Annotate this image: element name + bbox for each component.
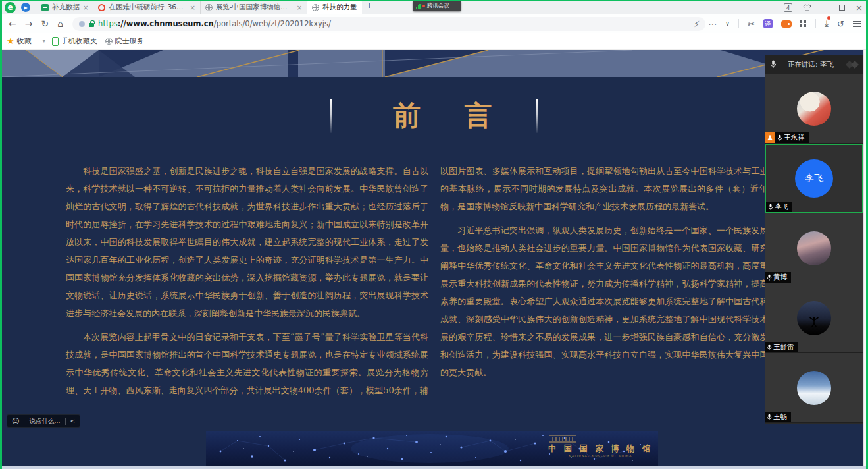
participant-tile-active-speaker[interactable]: 李飞 李飞 xyxy=(765,144,863,213)
apps-grid-icon[interactable] xyxy=(800,20,803,23)
page-content: 前 言 科技是国家强盛之基，创新是民族进步之魂，科技自立自强是国家发展的战略支撑… xyxy=(0,50,868,469)
museum-brand: 中 国 国 家 博 物 馆 NATIONAL MUSEUM OF CHINA xyxy=(548,434,653,458)
spreadsheet-icon xyxy=(41,4,49,11)
games-icon[interactable] xyxy=(781,20,792,28)
address-bar[interactable]: https://www.chnmuseum.cn/portals/0/web/z… xyxy=(72,17,705,31)
360-search-icon xyxy=(98,4,105,11)
preface-article: 科技是国家强盛之基，创新是民族进步之魂，科技自立自强是国家发展的战略支撑。自古以… xyxy=(66,162,803,402)
participant-tile[interactable]: 王永祥 xyxy=(765,74,863,144)
avatar xyxy=(797,301,831,335)
favorites-star-icon[interactable]: ★ xyxy=(7,36,14,46)
bookmarks-bar: ★ 收藏 ▾ 手机收藏夹 院士服务 xyxy=(0,33,868,50)
museum-name-en: NATIONAL MUSEUM OF CHINA xyxy=(548,455,653,458)
tab-power-of-science-active[interactable]: 科技的力量 xyxy=(307,0,362,14)
avatar xyxy=(797,92,831,126)
url-text[interactable]: https://www.chnmuseum.cn/portals/0/web/z… xyxy=(98,19,331,28)
downloads-icon[interactable]: ⤓ xyxy=(825,18,829,29)
window-bottom-strip xyxy=(0,466,868,469)
meeting-chat-pill[interactable]: ☺ 说点什么... < xyxy=(7,414,80,428)
favorites-label[interactable]: 收藏 xyxy=(17,36,32,46)
participant-name: 王永祥 xyxy=(784,133,805,142)
paragraph: 习近平总书记突出强调，纵观人类发展历史，创新始终是一个国家、一个民族发展的重要力… xyxy=(440,221,803,381)
title-deco-bar-left xyxy=(330,99,332,133)
participant-tile[interactable]: 王舒雷 xyxy=(765,283,863,353)
footer-banner: 中 国 国 家 博 物 馆 NATIONAL MUSEUM OF CHINA xyxy=(206,431,658,466)
divider xyxy=(24,418,24,425)
caret-down-icon[interactable]: ▾ xyxy=(43,38,45,44)
globe-icon xyxy=(205,4,213,11)
speaking-now-label: 正在讲话: 李飞 xyxy=(788,60,834,69)
ssl-lock-icon[interactable] xyxy=(89,20,94,27)
menu-icon[interactable] xyxy=(853,21,861,27)
more-icon[interactable]: ⋯ xyxy=(708,19,717,29)
tab-close-icon[interactable]: × xyxy=(83,4,88,11)
screen: e 补充数据 × 在困难中砥砺前行_360搜索 × 展览-中国国家博物馆官方网站… xyxy=(0,0,868,469)
undo-icon[interactable]: ↺ xyxy=(837,19,844,29)
tab-supplementary-data[interactable]: 补充数据 × xyxy=(37,0,93,14)
title-deco-bar-right xyxy=(536,99,538,133)
bookmark-academician[interactable]: 院士服务 xyxy=(115,36,144,46)
globe-icon xyxy=(105,38,113,45)
participant-name: 黄博 xyxy=(773,273,787,282)
tencent-meeting-logo-icon xyxy=(844,59,861,72)
tab-360-search[interactable]: 在困难中砥砺前行_360搜索 × xyxy=(93,0,200,14)
divider xyxy=(815,19,816,28)
header-art-banner xyxy=(0,50,868,77)
new-tab-button[interactable]: + xyxy=(366,0,373,14)
phone-icon xyxy=(52,37,59,46)
minimize-button[interactable] xyxy=(822,9,829,10)
screenshot-scissors-icon[interactable]: ✂ xyxy=(748,19,755,29)
participant-name: 王畅 xyxy=(773,412,787,422)
mic-icon xyxy=(777,134,782,142)
page-scrollbar[interactable] xyxy=(863,50,868,466)
divider xyxy=(65,418,66,425)
divider xyxy=(738,19,739,28)
avatar: 李飞 xyxy=(795,159,833,198)
tab-count-badge[interactable]: 4 xyxy=(784,3,792,12)
extension-icon[interactable] xyxy=(21,3,30,12)
notification-dot xyxy=(827,16,830,20)
chevron-down-icon[interactable]: ∨ xyxy=(725,20,730,27)
globe-icon xyxy=(312,4,319,11)
tab-close-icon[interactable]: × xyxy=(190,4,195,11)
translate-icon[interactable]: 译 xyxy=(763,19,773,28)
lightning-icon[interactable]: ⚡ xyxy=(694,19,700,29)
mic-icon xyxy=(767,274,772,281)
recording-dot-icon xyxy=(422,5,425,7)
meeting-panel-header[interactable]: 正在讲话: 李飞 xyxy=(765,55,863,74)
museum-building-icon xyxy=(548,434,577,443)
avatar xyxy=(797,371,831,405)
participant-tile[interactable]: 王畅 xyxy=(765,353,863,423)
site-permission-icon[interactable] xyxy=(79,21,85,27)
mic-icon xyxy=(767,414,772,421)
mic-icon xyxy=(767,344,772,351)
mic-icon xyxy=(770,59,777,71)
close-window-button[interactable]: × xyxy=(855,3,863,13)
participant-name: 李飞 xyxy=(775,202,788,211)
host-badge-icon xyxy=(765,132,775,143)
forward-button[interactable]: → xyxy=(25,18,33,29)
reload-button[interactable]: ↻ xyxy=(41,18,49,29)
chat-input-placeholder[interactable]: 说点什么... xyxy=(29,417,60,426)
collapse-chat-button[interactable]: < xyxy=(70,418,76,424)
tencent-meeting-panel: 正在讲话: 李飞 王永祥 李飞 李飞 xyxy=(765,55,863,424)
back-button[interactable]: ← xyxy=(9,18,16,29)
emoji-icon[interactable]: ☺ xyxy=(12,417,19,426)
browser-logo-icon[interactable]: e xyxy=(5,2,16,13)
page-title: 前 言 xyxy=(376,97,509,134)
tab-close-icon[interactable]: × xyxy=(297,4,302,11)
divider xyxy=(782,60,782,69)
tab-museum-site[interactable]: 展览-中国国家博物馆官方网站 × xyxy=(201,0,307,14)
bookmark-mobile-favorites[interactable]: 手机收藏夹 xyxy=(61,36,97,46)
theme-skin-icon[interactable] xyxy=(803,4,811,11)
avatar xyxy=(797,231,831,265)
participant-name: 王舒雷 xyxy=(773,343,794,352)
paragraph: 科技是国家强盛之基，创新是民族进步之魂，科技自立自强是国家发展的战略支撑。自古以… xyxy=(66,162,428,322)
participant-tile[interactable]: 黄博 xyxy=(765,213,863,283)
restore-button[interactable] xyxy=(839,5,845,11)
signal-icon xyxy=(416,3,421,9)
tencent-meeting-minibar[interactable]: 腾讯会议 xyxy=(413,1,461,11)
home-button[interactable]: ⌂ xyxy=(57,18,63,29)
mic-icon xyxy=(768,204,773,211)
museum-name-cn: 中 国 国 家 博 物 馆 xyxy=(548,443,653,455)
